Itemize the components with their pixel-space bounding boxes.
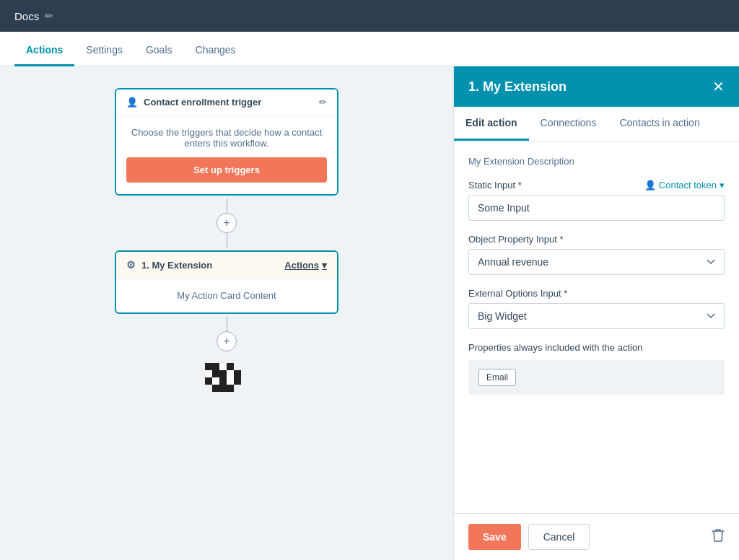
tab-edit-action[interactable]: Edit action [454, 107, 529, 141]
tab-changes[interactable]: Changes [184, 35, 248, 66]
object-property-group: Object Property Input * Annual revenue C… [468, 234, 725, 275]
connector-line-3 [227, 317, 227, 331]
main-layout: 👤 Contact enrollment trigger ✏ Choose th… [0, 66, 739, 560]
add-step-button-1[interactable]: + [217, 213, 237, 233]
panel-description: My Extension Description [468, 156, 725, 167]
svg-rect-4 [205, 370, 212, 377]
panel-content: My Extension Description Static Input * … [454, 141, 739, 513]
svg-rect-0 [205, 363, 212, 370]
properties-label: Properties always included with the acti… [468, 342, 725, 353]
svg-rect-12 [227, 377, 234, 385]
trigger-card-title: Contact enrollment trigger [144, 97, 261, 108]
object-property-label-row: Object Property Input * [468, 234, 725, 245]
static-input-group: Static Input * 👤 Contact token ▾ [468, 180, 725, 221]
object-property-select[interactable]: Annual revenue Company name Email First … [468, 249, 725, 275]
email-tag: Email [478, 369, 516, 386]
delete-action-icon[interactable] [712, 528, 725, 546]
connector-line-1 [227, 198, 227, 213]
svg-rect-7 [227, 370, 234, 377]
add-step-button-2[interactable]: + [217, 331, 237, 351]
contact-icon-small: 👤 [644, 180, 656, 191]
trigger-card-edit-icon[interactable]: ✏ [319, 97, 327, 108]
contact-token-button[interactable]: 👤 Contact token ▾ [644, 180, 725, 191]
svg-rect-15 [219, 385, 227, 392]
tab-connections[interactable]: Connections [529, 107, 608, 141]
connector-1: + [217, 198, 237, 248]
properties-box: Email [468, 360, 725, 395]
trigger-card-body: Choose the triggers that decide how a co… [116, 115, 337, 194]
actions-dropdown-label: Actions [284, 260, 319, 271]
svg-rect-10 [212, 377, 219, 385]
panel-tabs: Edit action Connections Contacts in acti… [454, 107, 739, 141]
extension-icon: ⚙ [126, 259, 136, 271]
action-card-title: 1. My Extension [141, 260, 212, 271]
setup-triggers-button[interactable]: Set up triggers [126, 157, 327, 183]
trigger-card-description: Choose the triggers that decide how a co… [126, 127, 327, 149]
action-card-content: My Action Card Content [177, 290, 276, 301]
svg-rect-6 [219, 370, 227, 377]
action-card-header: ⚙ 1. My Extension Actions ▾ [116, 252, 337, 278]
svg-rect-2 [219, 363, 227, 370]
tab-actions[interactable]: Actions [14, 35, 74, 66]
svg-rect-9 [205, 377, 212, 385]
panel-footer: Save Cancel [454, 513, 739, 560]
edit-title-icon[interactable]: ✏ [45, 10, 53, 22]
workflow-canvas: 👤 Contact enrollment trigger ✏ Choose th… [0, 66, 453, 560]
chess-area [205, 363, 248, 398]
svg-rect-3 [227, 363, 234, 370]
static-input-label: Static Input * [468, 180, 522, 191]
action-card-body: My Action Card Content [116, 278, 337, 312]
tab-contacts-in-action[interactable]: Contacts in action [608, 107, 711, 141]
svg-rect-16 [227, 385, 234, 392]
static-input-field[interactable] [468, 195, 725, 221]
tab-settings[interactable]: Settings [74, 35, 134, 66]
trigger-card: 👤 Contact enrollment trigger ✏ Choose th… [115, 88, 338, 196]
footer-action-buttons: Save Cancel [468, 524, 590, 550]
panel-header: 1. My Extension ✕ [454, 66, 739, 107]
nav-tabs: Actions Settings Goals Changes [0, 32, 739, 66]
connector-2: + [217, 317, 237, 351]
svg-rect-13 [234, 377, 241, 385]
panel-title: 1. My Extension [468, 79, 567, 95]
topbar: Docs ✏ [0, 0, 739, 32]
panel-close-button[interactable]: ✕ [712, 78, 725, 95]
contact-icon: 👤 [126, 97, 138, 108]
contact-token-chevron: ▾ [720, 180, 725, 191]
actions-dropdown[interactable]: Actions ▾ [284, 260, 327, 271]
external-options-select[interactable]: Big Widget Small Widget Medium Widget [468, 303, 725, 329]
app-title: Docs [14, 10, 39, 22]
contact-token-label: Contact token [659, 180, 717, 191]
external-options-group: External Options Input * Big Widget Smal… [468, 288, 725, 329]
cancel-button[interactable]: Cancel [528, 524, 590, 550]
object-property-label: Object Property Input * [468, 234, 564, 245]
tab-goals[interactable]: Goals [134, 35, 184, 66]
right-panel: 1. My Extension ✕ Edit action Connection… [453, 66, 739, 560]
svg-rect-5 [212, 370, 219, 377]
svg-rect-11 [219, 377, 227, 385]
connector-line-2 [227, 233, 227, 248]
external-options-label: External Options Input * [468, 288, 567, 299]
action-card-header-left: ⚙ 1. My Extension [126, 259, 212, 271]
trigger-card-header-left: 👤 Contact enrollment trigger [126, 97, 261, 108]
actions-dropdown-chevron: ▾ [322, 260, 327, 271]
action-card: ⚙ 1. My Extension Actions ▾ My Action Ca… [115, 250, 338, 314]
chess-icon [205, 363, 248, 398]
static-input-label-row: Static Input * 👤 Contact token ▾ [468, 180, 725, 191]
svg-rect-1 [212, 363, 219, 370]
trigger-card-header: 👤 Contact enrollment trigger ✏ [116, 89, 337, 115]
svg-rect-14 [212, 385, 219, 392]
external-options-label-row: External Options Input * [468, 288, 725, 299]
properties-group: Properties always included with the acti… [468, 342, 725, 395]
svg-rect-8 [234, 370, 241, 377]
save-button[interactable]: Save [468, 524, 521, 550]
